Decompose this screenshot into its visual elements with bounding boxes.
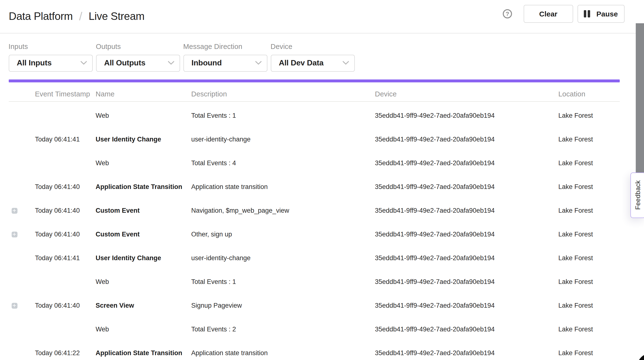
event-device-id: 35eddb41-9ff9-49e2-7aed-20afa90eb194 (375, 112, 558, 119)
event-description: Signup Pageview (191, 302, 375, 309)
filter-inputs-label: Inputs (8, 43, 93, 50)
event-timestamp: Today 06:41:22 (35, 349, 96, 357)
event-location: Lake Forest (558, 254, 620, 262)
expand-cell (8, 208, 35, 213)
pause-icon (584, 10, 590, 17)
event-description: Other, sign up (191, 231, 375, 238)
event-name: Web (96, 112, 191, 119)
device-select[interactable]: All Dev Data (270, 55, 355, 71)
device-select-value: All Dev Data (279, 59, 324, 68)
feedback-tab-label: Feedback (634, 180, 642, 210)
filter-outputs-label: Outputs (96, 43, 180, 50)
expand-cell (8, 279, 35, 285)
event-device-id: 35eddb41-9ff9-49e2-7aed-20afa90eb194 (375, 160, 558, 167)
message-direction-select-value: Inbound (192, 59, 222, 68)
inputs-select[interactable]: All Inputs (8, 55, 93, 71)
event-row[interactable]: Today 06:41:22 Application State Transit… (8, 341, 620, 360)
event-row[interactable]: Today 06:41:41 User Identity Change user… (8, 246, 620, 270)
inputs-select-value: All Inputs (17, 59, 52, 68)
table-header-row: Event Timestamp Name Description Device … (8, 82, 620, 102)
event-name: Application State Transition (96, 183, 191, 190)
expand-cell (8, 136, 35, 142)
event-row[interactable]: Web Total Events : 1 35eddb41-9ff9-49e2-… (8, 270, 620, 294)
event-row[interactable]: Web Total Events : 4 35eddb41-9ff9-49e2-… (8, 151, 620, 175)
event-timestamp: Today 06:41:40 (35, 231, 96, 238)
event-description: user-identity-change (191, 136, 375, 143)
expand-cell (8, 113, 35, 119)
expand-plus-icon[interactable] (12, 231, 17, 237)
expand-cell (8, 255, 35, 261)
outputs-select-value: All Outputs (104, 59, 145, 68)
event-row[interactable]: Today 06:41:40 Custom Event Navigation, … (8, 199, 620, 222)
chevron-down-icon (168, 61, 174, 65)
event-name: User Identity Change (96, 254, 191, 262)
event-location: Lake Forest (558, 207, 620, 214)
events-table: Event Timestamp Name Description Device … (8, 82, 620, 360)
scrollbar-thumb[interactable] (636, 23, 644, 173)
event-location: Lake Forest (558, 349, 620, 357)
event-timestamp: Today 06:41:41 (35, 254, 96, 262)
event-timestamp: Today 06:41:40 (35, 207, 96, 214)
breadcrumb-separator: / (79, 10, 82, 23)
column-header-location: Location (558, 90, 620, 98)
event-row[interactable]: Today 06:41:41 User Identity Change user… (8, 127, 620, 151)
table-body: Web Total Events : 1 35eddb41-9ff9-49e2-… (8, 102, 620, 360)
event-description: Total Events : 1 (191, 278, 375, 285)
help-glyph: ? (506, 10, 509, 17)
event-description: Application state transition (191, 349, 375, 357)
event-device-id: 35eddb41-9ff9-49e2-7aed-20afa90eb194 (375, 183, 558, 190)
event-row[interactable]: Web Total Events : 1 35eddb41-9ff9-49e2-… (8, 104, 620, 127)
event-description: Total Events : 4 (191, 160, 375, 167)
event-name: Web (96, 278, 191, 285)
live-stream-page: Data Platform / Live Stream ? Clear Paus… (0, 0, 644, 360)
chevron-down-icon (343, 61, 349, 65)
breadcrumb-data-platform[interactable]: Data Platform (9, 10, 73, 23)
chevron-down-icon (80, 61, 87, 65)
column-header-description: Description (191, 90, 375, 98)
event-name: Web (96, 160, 191, 167)
event-location: Lake Forest (558, 326, 620, 333)
event-description: Application state transition (191, 183, 375, 190)
feedback-tab[interactable]: Feedback (630, 172, 644, 218)
pause-button-label: Pause (596, 10, 618, 18)
expand-plus-icon[interactable] (12, 208, 17, 213)
event-name: Web (96, 326, 191, 333)
message-direction-select[interactable]: Inbound (183, 55, 268, 71)
outputs-select[interactable]: All Outputs (96, 55, 180, 71)
breadcrumb: Data Platform / Live Stream (9, 0, 144, 33)
expand-cell (8, 303, 35, 308)
expand-plus-icon[interactable] (12, 303, 17, 308)
event-row[interactable]: Today 06:41:40 Custom Event Other, sign … (8, 222, 620, 246)
event-timestamp: Today 06:41:40 (35, 183, 96, 190)
event-row[interactable]: Today 06:41:40 Screen View Signup Pagevi… (8, 294, 620, 317)
filters-bar: Inputs All Inputs Outputs All Outputs Me… (8, 43, 355, 71)
event-description: user-identity-change (191, 254, 375, 262)
event-row[interactable]: Web Total Events : 2 35eddb41-9ff9-49e2-… (8, 317, 620, 341)
event-location: Lake Forest (558, 231, 620, 238)
event-timestamp: Today 06:41:40 (35, 302, 96, 309)
clear-button[interactable]: Clear (524, 5, 573, 22)
event-timestamp: Today 06:41:41 (35, 136, 96, 143)
event-device-id: 35eddb41-9ff9-49e2-7aed-20afa90eb194 (375, 207, 558, 214)
breadcrumb-live-stream: Live Stream (88, 10, 144, 23)
expand-cell (8, 231, 35, 237)
help-icon[interactable]: ? (503, 9, 512, 18)
chat-bubble-icon[interactable] (637, 353, 644, 360)
event-location: Lake Forest (558, 136, 620, 143)
expand-cell (8, 160, 35, 166)
event-row[interactable]: Today 06:41:40 Application State Transit… (8, 175, 620, 199)
pause-button[interactable]: Pause (578, 5, 624, 22)
expand-cell (8, 184, 35, 190)
event-location: Lake Forest (558, 183, 620, 190)
event-device-id: 35eddb41-9ff9-49e2-7aed-20afa90eb194 (375, 278, 558, 285)
clear-button-label: Clear (539, 10, 557, 18)
event-name: Custom Event (96, 231, 191, 238)
page-header: Data Platform / Live Stream ? Clear Paus… (0, 0, 644, 33)
event-description: Total Events : 2 (191, 326, 375, 333)
expand-cell (8, 326, 35, 332)
filter-inputs: Inputs All Inputs (8, 43, 93, 71)
event-name: Screen View (96, 302, 191, 309)
event-device-id: 35eddb41-9ff9-49e2-7aed-20afa90eb194 (375, 326, 558, 333)
column-header-name: Name (96, 90, 191, 98)
event-device-id: 35eddb41-9ff9-49e2-7aed-20afa90eb194 (375, 349, 558, 357)
